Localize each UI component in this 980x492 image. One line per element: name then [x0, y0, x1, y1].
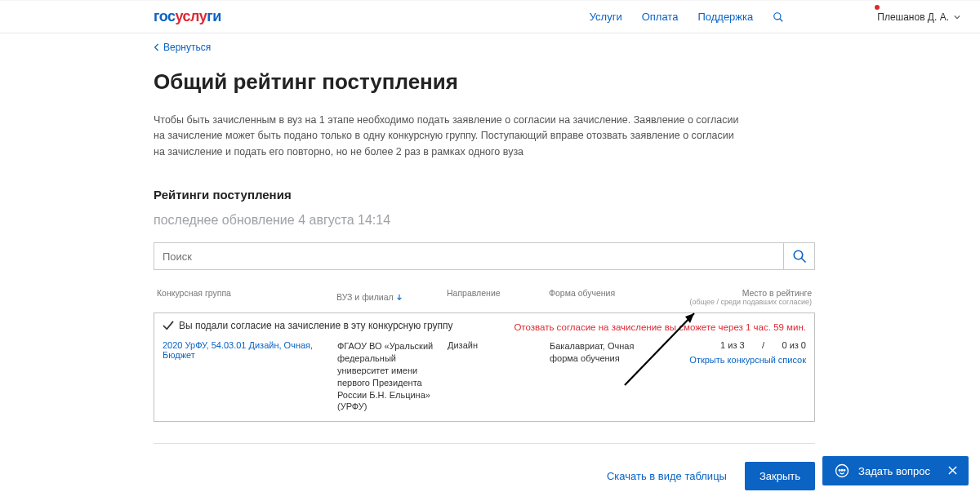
group-link[interactable]: 2020 УрФУ, 54.03.01 Дизайн, Очная, Бюдже…: [163, 340, 337, 413]
notification-dot: [875, 5, 880, 10]
close-button[interactable]: Закрыть: [745, 462, 815, 490]
download-link[interactable]: Скачать в виде таблицы: [607, 470, 727, 482]
last-updated: последнее обновление 4 августа 14:14: [154, 213, 815, 228]
user-menu[interactable]: Плешанов Д. А.: [877, 11, 960, 23]
rank-value: 1 из 3 / 0 из 0: [664, 340, 806, 350]
close-icon[interactable]: [948, 465, 957, 477]
subheading: Рейтинги поступления: [154, 188, 815, 202]
search-button[interactable]: [784, 242, 815, 270]
nav-services[interactable]: Услуги: [590, 11, 622, 23]
vuz-name: ФГАОУ ВО «Уральский федеральный универси…: [337, 340, 448, 413]
th-rank: Место в рейтинге (общее / среди подавших…: [663, 288, 812, 306]
search-input[interactable]: [154, 242, 784, 270]
th-direction: Направление: [447, 288, 549, 306]
back-link[interactable]: Вернуться: [154, 42, 815, 53]
divider: [154, 443, 815, 444]
table-header: Конкурсная группа ВУЗ и филиал Направлен…: [154, 288, 815, 309]
svg-point-9: [844, 469, 845, 471]
svg-line-1: [780, 18, 783, 21]
form: Бакалавриат, Очная форма обучения: [550, 340, 664, 413]
open-list-link[interactable]: Открыть конкурсный список: [689, 355, 806, 365]
page-description: Чтобы быть зачисленным в вуз на 1 этапе …: [154, 113, 742, 160]
chat-icon: [834, 463, 850, 479]
ask-question-widget[interactable]: Задать вопрос: [822, 456, 969, 485]
page-title: Общий рейтинг поступления: [154, 69, 815, 95]
th-form: Форма обучения: [549, 288, 663, 306]
user-name: Плешанов Д. А.: [877, 11, 949, 23]
svg-point-8: [841, 469, 843, 471]
svg-point-2: [794, 250, 803, 259]
sort-down-icon: [396, 294, 403, 300]
svg-point-0: [774, 12, 781, 19]
chevron-down-icon: [954, 14, 960, 20]
check-icon: [163, 321, 174, 330]
th-group: Конкурсная группа: [157, 288, 336, 306]
nav-payment[interactable]: Оплата: [642, 11, 679, 23]
magnifier-icon: [792, 249, 807, 264]
chevron-left-icon: [154, 43, 160, 51]
nav-support[interactable]: Поддержка: [697, 11, 753, 23]
logo[interactable]: гос услу ги: [154, 8, 221, 25]
svg-line-3: [801, 258, 805, 262]
consent-status: Вы подали согласие на зачисление в эту к…: [163, 320, 452, 331]
table-row: Вы подали согласие на зачисление в эту к…: [154, 312, 815, 422]
search-icon[interactable]: [773, 11, 784, 23]
th-vuz[interactable]: ВУЗ и филиал: [336, 288, 447, 306]
direction: Дизайн: [448, 340, 550, 413]
svg-point-7: [839, 469, 840, 471]
withdraw-warning: Отозвать согласие на зачисление вы сможе…: [514, 322, 806, 332]
